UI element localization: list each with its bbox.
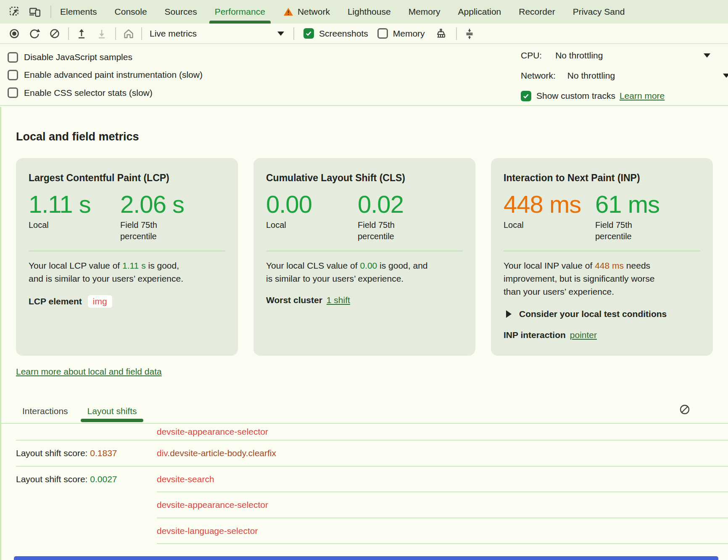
check-icon bbox=[522, 92, 530, 100]
disclosure-triangle-icon bbox=[506, 310, 512, 318]
inp-field-column: 61 ms Field 75th percentile bbox=[595, 192, 659, 242]
tab-lighthouse[interactable]: Lighthouse bbox=[339, 0, 400, 24]
score-value: 0.1837 bbox=[90, 448, 117, 458]
inp-local-value: 448 ms bbox=[504, 192, 595, 217]
tab-application[interactable]: Application bbox=[449, 0, 510, 24]
cls-local-label: Local bbox=[266, 219, 358, 231]
lcp-local-label: Local bbox=[29, 219, 120, 231]
horizontal-scrollbar-thumb[interactable] bbox=[14, 556, 718, 560]
cls-local-column: 0.00 Local bbox=[266, 192, 358, 242]
clear-button[interactable] bbox=[49, 28, 61, 40]
shift-element-link[interactable]: devsite-appearance-selector bbox=[157, 500, 268, 510]
score-label: Layout shift score: bbox=[16, 474, 87, 484]
setting-row: Disable JavaScript samples bbox=[8, 52, 203, 63]
tab-privacy-sandbox[interactable]: Privacy Sand bbox=[564, 0, 634, 24]
toolbar-separator bbox=[293, 27, 294, 40]
devtools-tabbar: Elements Console Sources Performance Net… bbox=[0, 0, 728, 24]
inspect-element-icon[interactable] bbox=[8, 5, 21, 18]
network-value: No throttling bbox=[567, 71, 615, 81]
chevron-down-icon bbox=[704, 53, 710, 58]
tab-recorder[interactable]: Recorder bbox=[510, 0, 564, 24]
advanced-paint-label: Enable advanced paint instrumentation (s… bbox=[24, 70, 203, 80]
devtools-window: Elements Console Sources Performance Net… bbox=[0, 0, 728, 560]
lcp-element-pill[interactable]: img bbox=[88, 295, 112, 308]
network-throttling-select[interactable]: Network: No throttling bbox=[521, 69, 728, 83]
shift-element-link[interactable]: devsite-search bbox=[157, 474, 214, 484]
collapse-panel-icon[interactable] bbox=[464, 28, 475, 40]
advanced-paint-checkbox[interactable] bbox=[8, 70, 18, 80]
lcp-local-value: 1.11 s bbox=[29, 192, 120, 217]
home-icon[interactable] bbox=[123, 28, 135, 40]
cls-field-label: Field 75th percentile bbox=[358, 219, 404, 242]
inp-footer: INP interaction pointer bbox=[504, 330, 700, 340]
inp-card: Interaction to Next Paint (INP) 448 ms L… bbox=[491, 158, 713, 356]
tab-network[interactable]: Network bbox=[274, 0, 339, 24]
disable-js-samples-checkbox[interactable] bbox=[8, 52, 18, 63]
lcp-values: 1.11 s Local 2.06 s Field 75th percentil… bbox=[29, 192, 225, 242]
learn-more-link[interactable]: Learn more bbox=[620, 91, 665, 101]
cls-field-value: 0.02 bbox=[358, 192, 404, 217]
layout-shift-row[interactable]: devsite-language-selector bbox=[1, 518, 728, 543]
chevron-down-icon bbox=[277, 32, 284, 36]
cls-description: Your local CLS value of 0.00 is good, an… bbox=[266, 259, 463, 285]
tab-console[interactable]: Console bbox=[106, 0, 156, 24]
local-test-conditions-disclosure[interactable]: Consider your local test conditions bbox=[504, 309, 700, 319]
layout-shift-row[interactable]: devsite-appearance-selector bbox=[1, 492, 728, 518]
toolbar-separator bbox=[456, 27, 457, 40]
network-label: Network: bbox=[521, 71, 556, 81]
chevron-down-icon bbox=[723, 74, 728, 78]
metric-cards: Largest Contentful Paint (LCP) 1.11 s Lo… bbox=[16, 158, 713, 356]
layout-shift-row[interactable]: Layout shift score: 0.1837 div.devsite-a… bbox=[1, 441, 728, 466]
setting-row: Enable advanced paint instrumentation (s… bbox=[8, 70, 203, 80]
css-selector-stats-checkbox[interactable] bbox=[8, 87, 18, 98]
toolbar-separator bbox=[115, 27, 116, 40]
save-profile-icon[interactable] bbox=[96, 28, 108, 40]
inp-field-value: 61 ms bbox=[595, 192, 659, 217]
screenshots-checkbox[interactable] bbox=[303, 28, 314, 39]
clear-log-icon[interactable] bbox=[679, 404, 691, 415]
throttling-settings: CPU: No throttling Network: No throttlin… bbox=[521, 45, 728, 105]
shift-element-link[interactable]: devsite-appearance-selector bbox=[157, 427, 268, 437]
lcp-card-title: Largest Contentful Paint (LCP) bbox=[29, 172, 225, 184]
lcp-field-value: 2.06 s bbox=[120, 192, 184, 217]
panel-view-select[interactable]: Live metrics bbox=[150, 29, 284, 39]
tab-performance[interactable]: Performance bbox=[206, 0, 274, 24]
shift-element-link[interactable]: div.devsite-article-body.clearfix bbox=[157, 448, 276, 458]
layout-shift-row[interactable]: Layout shift score: 0.0027 devsite-searc… bbox=[1, 467, 728, 491]
score-value: 0.0027 bbox=[90, 474, 117, 484]
inp-interaction-link[interactable]: pointer bbox=[570, 330, 597, 340]
tab-elements[interactable]: Elements bbox=[51, 0, 106, 24]
worst-cluster-link[interactable]: 1 shift bbox=[327, 295, 350, 305]
cls-card-title: Cumulative Layout Shift (CLS) bbox=[266, 172, 463, 184]
record-button[interactable] bbox=[8, 28, 20, 40]
tab-sources[interactable]: Sources bbox=[156, 0, 206, 24]
device-toolbar-icon[interactable] bbox=[29, 5, 41, 18]
tab-interactions[interactable]: Interactions bbox=[16, 401, 75, 421]
cpu-value: No throttling bbox=[555, 50, 603, 61]
layout-shift-list: devsite-appearance-selector Layout shift… bbox=[1, 424, 728, 560]
card-divider bbox=[266, 251, 463, 251]
lcp-field-column: 2.06 s Field 75th percentile bbox=[120, 192, 184, 242]
show-custom-tracks-checkbox[interactable] bbox=[521, 91, 531, 101]
memory-checkbox[interactable] bbox=[377, 28, 388, 39]
lcp-desc-value: 1.11 s bbox=[122, 261, 146, 270]
memory-label: Memory bbox=[393, 29, 425, 39]
performance-settings: Disable JavaScript samples Enable advanc… bbox=[0, 45, 728, 106]
cpu-label: CPU: bbox=[521, 50, 542, 61]
load-profile-icon[interactable] bbox=[76, 28, 87, 40]
collect-garbage-icon[interactable] bbox=[435, 28, 447, 40]
cpu-throttling-select[interactable]: CPU: No throttling bbox=[521, 48, 728, 63]
page-title: Local and field metrics bbox=[16, 130, 139, 143]
tab-memory[interactable]: Memory bbox=[400, 0, 449, 24]
lcp-description: Your local LCP value of 1.11 s is good, … bbox=[29, 259, 225, 285]
inp-values: 448 ms Local 61 ms Field 75th percentile bbox=[504, 192, 700, 242]
tab-layout-shifts[interactable]: Layout shifts bbox=[81, 401, 144, 421]
reload-record-button[interactable] bbox=[29, 28, 40, 40]
inp-field-label: Field 75th percentile bbox=[595, 219, 659, 242]
card-divider bbox=[504, 251, 700, 251]
capture-settings: Disable JavaScript samples Enable advanc… bbox=[8, 45, 203, 105]
cls-local-value: 0.00 bbox=[266, 192, 358, 217]
shift-element-link[interactable]: devsite-language-selector bbox=[157, 526, 258, 536]
layout-shift-row[interactable]: devsite-appearance-selector bbox=[1, 424, 728, 440]
learn-more-field-data-link[interactable]: Learn more about local and field data bbox=[16, 367, 162, 377]
